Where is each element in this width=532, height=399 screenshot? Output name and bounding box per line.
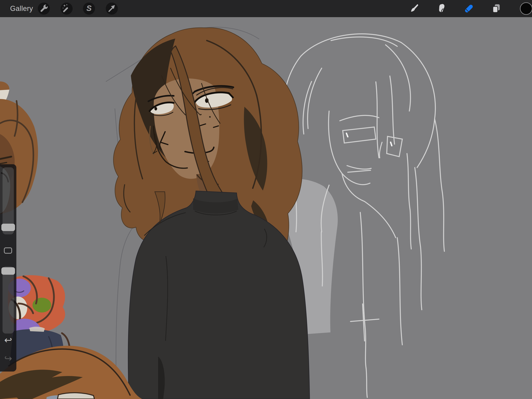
top-toolbar: Gallery — [0, 0, 532, 17]
drawing-canvas[interactable] — [0, 17, 532, 399]
artwork-layer — [0, 17, 532, 399]
modify-button[interactable] — [4, 247, 12, 254]
move-arrow-icon — [106, 3, 117, 14]
redo-icon: ↪ — [4, 354, 12, 363]
undo-icon: ↩ — [4, 335, 12, 345]
erase-button[interactable] — [463, 3, 474, 14]
selection-s-icon: S — [86, 4, 92, 13]
wrench-icon — [38, 3, 49, 14]
eraser-icon — [463, 3, 474, 14]
layers-icon — [491, 3, 502, 14]
transform-button[interactable] — [106, 3, 118, 15]
selection-button[interactable]: S — [83, 3, 95, 15]
adjustments-button[interactable] — [61, 3, 73, 15]
brush-size-handle[interactable] — [1, 224, 15, 231]
actions-button[interactable] — [38, 3, 50, 15]
procreate-canvas-screen: ↩ ↪ Gallery — [0, 0, 532, 399]
brush-icon — [409, 3, 420, 14]
undo-button[interactable]: ↩ — [0, 333, 16, 347]
opacity-slider[interactable] — [3, 266, 14, 334]
layers-button[interactable] — [491, 3, 502, 14]
smudge-icon — [436, 3, 447, 14]
color-circle-icon[interactable] — [520, 2, 532, 15]
gallery-label: Gallery — [10, 5, 33, 13]
paint-button[interactable] — [409, 3, 420, 14]
redo-button[interactable]: ↪ — [0, 352, 16, 365]
smudge-button[interactable] — [436, 3, 447, 14]
opacity-handle[interactable] — [1, 267, 15, 275]
magic-wand-icon — [61, 3, 72, 14]
gallery-button[interactable]: Gallery — [10, 0, 33, 17]
main-character-drawing — [106, 27, 310, 399]
sidebar: ↩ ↪ — [0, 164, 16, 372]
